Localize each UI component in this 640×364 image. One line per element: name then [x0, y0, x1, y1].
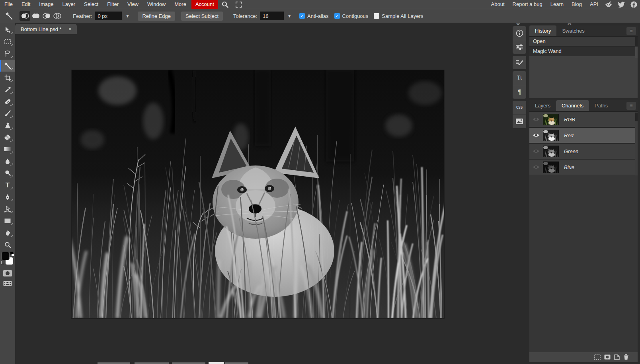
brush-tool[interactable] — [0, 107, 15, 119]
canvas-workspace[interactable]: Bottom Line.psd * × — [15, 22, 513, 364]
gradient-tool[interactable] — [0, 143, 15, 155]
refine-edge-button[interactable]: Refine Edge — [138, 12, 175, 21]
canvas-image[interactable] — [72, 70, 444, 318]
tab-paths[interactable]: Paths — [589, 100, 613, 111]
menu-select[interactable]: Select — [80, 0, 103, 9]
contiguous-label[interactable]: Contiguous — [342, 13, 369, 19]
channel-row-blue[interactable]: Blue — [529, 160, 638, 175]
history-scrollbar[interactable] — [635, 37, 638, 58]
close-tab-icon[interactable]: × — [67, 26, 73, 32]
history-entry-open[interactable]: Open — [529, 37, 638, 46]
path-select-tool[interactable] — [0, 203, 15, 215]
feather-dropdown-icon[interactable]: ▼ — [123, 14, 132, 18]
crop-tool[interactable] — [0, 72, 15, 84]
keyboard-shortcuts-button[interactable] — [0, 278, 15, 288]
twitter-icon[interactable] — [615, 0, 628, 9]
search-icon[interactable] — [218, 0, 232, 9]
tab-swatches[interactable]: Swatches — [556, 25, 590, 36]
pen-tool[interactable] — [0, 191, 15, 203]
zoom-tool[interactable] — [0, 239, 15, 251]
load-selection-icon[interactable] — [594, 354, 601, 360]
channel-thumbnail-rgb[interactable] — [543, 114, 559, 125]
add-mask-icon[interactable] — [604, 354, 611, 360]
default-colors-icon[interactable] — [1, 261, 4, 264]
channels-scrollbar[interactable] — [635, 112, 638, 175]
eyedropper-tool[interactable] — [0, 84, 15, 95]
new-channel-icon[interactable] — [614, 354, 620, 360]
menu-image[interactable]: Image — [35, 0, 58, 9]
tolerance-input[interactable] — [260, 12, 284, 20]
dodge-tool[interactable] — [0, 167, 15, 179]
color-swatches[interactable] — [0, 251, 15, 268]
delete-channel-icon[interactable] — [623, 354, 629, 360]
fullscreen-icon[interactable] — [232, 0, 245, 9]
swap-colors-icon-white[interactable] — [12, 254, 14, 256]
facebook-icon[interactable] — [628, 0, 640, 9]
type-tool[interactable]: T — [0, 179, 15, 191]
channel-thumbnail-blue[interactable] — [543, 162, 559, 173]
menu-report-a-bug[interactable]: Report a bug — [509, 0, 546, 9]
selection-mode-add[interactable] — [30, 11, 41, 21]
select-subject-button[interactable]: Select Subject — [181, 12, 223, 21]
menu-view[interactable]: View — [123, 0, 143, 9]
selection-mode-subtract[interactable] — [41, 11, 52, 21]
menu-edit[interactable]: Edit — [17, 0, 35, 9]
reddit-icon[interactable] — [602, 0, 615, 9]
foreground-color-swatch[interactable] — [1, 252, 10, 260]
menu-window[interactable]: Window — [143, 0, 170, 9]
eraser-tool[interactable] — [0, 131, 15, 143]
character-panel-button[interactable]: Tt — [513, 71, 526, 85]
menu-learn[interactable]: Learn — [546, 0, 568, 9]
antialias-checkbox[interactable]: ✓ — [299, 13, 305, 19]
quick-mask-button[interactable] — [0, 268, 15, 278]
menu-api[interactable]: API — [586, 0, 602, 9]
marquee-tool[interactable] — [0, 36, 15, 48]
visibility-toggle[interactable] — [529, 133, 543, 138]
css-panel-button[interactable]: CSS — [513, 101, 526, 115]
menu-layer[interactable]: Layer — [58, 0, 80, 9]
history-menu-icon[interactable]: ≡ — [626, 27, 636, 35]
channel-row-green[interactable]: Green — [529, 144, 638, 159]
selection-mode-new[interactable] — [20, 11, 30, 21]
menu-file[interactable]: File — [0, 0, 17, 9]
contiguous-checkbox[interactable]: ✓ — [334, 13, 340, 19]
channel-row-rgb[interactable]: RGB — [529, 112, 638, 127]
adjustments-panel-button[interactable] — [513, 40, 526, 54]
channel-row-red[interactable]: Red — [529, 128, 638, 143]
feather-input[interactable] — [95, 12, 122, 20]
antialias-label[interactable]: Anti-alias — [307, 13, 328, 19]
blur-tool[interactable] — [0, 155, 15, 167]
selection-mode-intersect[interactable] — [52, 11, 62, 21]
menu-filter[interactable]: Filter — [103, 0, 123, 9]
tolerance-dropdown-icon[interactable]: ▼ — [285, 14, 294, 18]
magic-wand-tool[interactable] — [0, 60, 15, 72]
menu-blog[interactable]: Blog — [568, 0, 586, 9]
history-entry-magic-wand[interactable]: Magic Wand — [529, 47, 638, 56]
menu-about[interactable]: About — [487, 0, 509, 9]
spot-heal-tool[interactable] — [0, 95, 15, 107]
tab-channels[interactable]: Channels — [556, 100, 589, 111]
hand-tool[interactable] — [0, 227, 15, 239]
channels-menu-icon[interactable]: ≡ — [626, 102, 636, 110]
visibility-toggle[interactable] — [529, 165, 543, 169]
tab-history[interactable]: History — [529, 25, 556, 36]
rectangle-tool[interactable] — [0, 215, 15, 227]
move-tool[interactable] — [0, 24, 15, 36]
visibility-toggle[interactable] — [529, 117, 543, 122]
tab-layers[interactable]: Layers — [529, 100, 556, 111]
paragraph-panel-button[interactable]: ¶ — [513, 85, 526, 99]
lasso-tool[interactable] — [0, 48, 15, 60]
channel-thumbnail-green[interactable] — [543, 146, 559, 157]
image-panel-button[interactable] — [513, 115, 526, 128]
clone-stamp-tool[interactable] — [0, 119, 15, 131]
sample-all-layers-checkbox[interactable] — [374, 13, 379, 19]
brush-settings-panel-button[interactable] — [513, 56, 526, 69]
sample-all-layers-label[interactable]: Sample All Layers — [382, 13, 423, 19]
channel-thumbnail-red[interactable] — [543, 130, 559, 141]
account-button[interactable]: Account — [191, 0, 218, 9]
document-tab[interactable]: Bottom Line.psd * × — [15, 24, 77, 34]
channels-footer — [529, 352, 638, 362]
info-panel-button[interactable] — [513, 26, 526, 40]
menu-more[interactable]: More — [170, 0, 191, 9]
visibility-toggle[interactable] — [529, 149, 543, 154]
